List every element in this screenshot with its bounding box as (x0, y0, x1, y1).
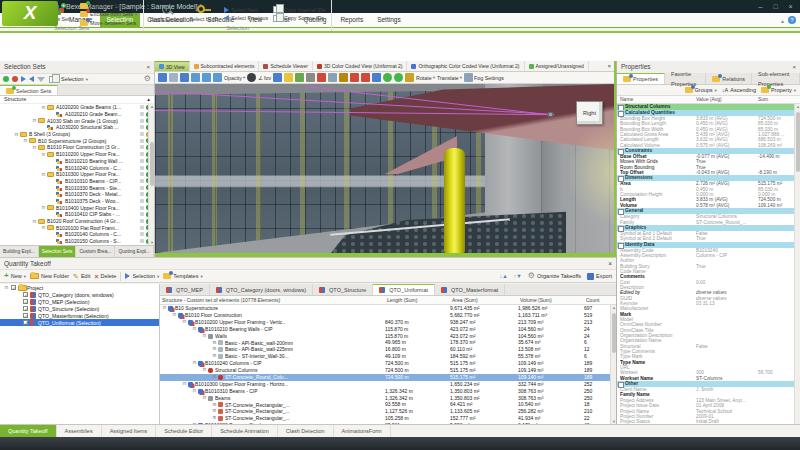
column-header-area-sum-[interactable]: Area (Sum) (452, 297, 520, 303)
property-section-identity-data[interactable]: Identity Data (617, 242, 800, 248)
spin-view-icon[interactable] (202, 73, 211, 82)
tree-item[interactable]: B1020140 Columns - C... (0, 231, 154, 238)
magnet-tool-icon[interactable] (405, 73, 414, 82)
expander-icon[interactable]: ⊞ (212, 402, 217, 409)
fog-settings-button[interactable]: Fog Settings (464, 73, 504, 82)
find-elements-button[interactable]: Find Elements (148, 1, 185, 23)
tree-item[interactable]: B1010370 Deck - Metal... (0, 191, 154, 198)
organize-takeoffs-button[interactable]: ⚙Organize Takeoffs (528, 272, 581, 280)
column-header-count[interactable]: Count (586, 297, 616, 303)
tree-item[interactable]: B1010410 CIP Slabs - ... (0, 211, 154, 218)
takeoff-table-row[interactable]: ⊞ST-Concrete_Rectangular_...93.558 m64.4… (160, 401, 616, 408)
takeoff-tab-qto-structure[interactable]: QTO_Structure (313, 284, 373, 295)
column-header-volume-sum-[interactable]: Volume (Sum) (520, 297, 586, 303)
property-dropdown[interactable]: Property▾ (761, 87, 796, 93)
property-section-graphics[interactable]: Graphics (617, 225, 800, 231)
properties-tab-favorite-properties[interactable]: Favorite Properties (665, 73, 706, 84)
new-set-green-icon[interactable] (3, 76, 9, 82)
selection-tree-scrollbar[interactable]: ▲ ▼ (148, 104, 154, 245)
workspace-tab-assigned-items[interactable]: Assigned Items (102, 425, 157, 437)
property-section-general[interactable]: General (617, 208, 800, 214)
view-tab-orthographic-color-coded-view-uniformat-2-[interactable]: Orthographic Color Coded View (Uniformat… (407, 61, 524, 71)
measure-tool-icon[interactable] (284, 73, 293, 82)
tree-item[interactable]: B1020150 Columns - S... (0, 238, 154, 245)
takeoff-table-row[interactable]: ⊟Beams1,326.342 m1,350.803 m²308.763 m³2… (160, 395, 616, 402)
checkbox[interactable]: ✓ (23, 320, 28, 325)
expander-icon[interactable]: ⊟ (41, 205, 46, 210)
pan-view-icon[interactable] (213, 73, 222, 82)
tree-item[interactable]: ⊟B1020 Roof Construction (4 Gr... (0, 218, 154, 225)
expander-icon[interactable]: ⊟ (202, 395, 207, 402)
takeoff-tree-item[interactable]: ✓QTO_MEP (Selection) (0, 298, 159, 305)
gear-icon[interactable]: ⚙ (144, 75, 151, 83)
sort-ascending-icon[interactable]: ↓▲ (499, 273, 507, 279)
expander-icon[interactable]: ⊟ (4, 285, 9, 290)
navigation-cube[interactable]: Right (576, 101, 603, 125)
takeoff-tree-item[interactable]: ✓QTO_Uniformat (Selection) (0, 319, 159, 326)
tree-item[interactable]: ⊟B1010400 Upper Floor Fra... (0, 204, 154, 211)
takeoff-tree-item[interactable]: ⊟✓Project (0, 284, 159, 291)
delete-button[interactable]: ×Delete (94, 273, 116, 280)
rotate-dropdown[interactable]: Rotate▾ (416, 75, 435, 81)
marquee-select-icon[interactable] (169, 73, 178, 82)
takeoff-table-row[interactable]: ⊟B10 Superstructure9,671.435 m²1,986.526… (160, 305, 616, 312)
sort-descending-icon[interactable]: ↑▼ (514, 273, 522, 279)
tab-selection-sets[interactable]: Selection Sets (0, 85, 58, 95)
select-next-button[interactable]: Select Next (224, 6, 268, 15)
property-section-other[interactable]: Other (617, 381, 800, 387)
select-by-id-button[interactable]: Select by ID (185, 1, 222, 22)
takeoff-table-row[interactable]: ⊟B1010310 Beams - CIP1,326.342 m1,350.80… (160, 388, 616, 395)
panel-close-icon[interactable]: × (792, 61, 796, 73)
properties-column-headers[interactable]: NameValue (Avg)Sum (617, 96, 800, 104)
expander-icon[interactable]: ⊞ (212, 415, 217, 422)
expander-icon[interactable]: ⊞ (212, 353, 217, 360)
takeoff-tree-item[interactable]: ✓QTO_Masterformat (Selection) (0, 312, 159, 319)
fov-button[interactable]: ∠fov (258, 75, 271, 81)
copy-source-ids-button[interactable]: Copy Source IDs (272, 14, 325, 23)
workspace-tab-animationsform[interactable]: AnimationsForm (334, 425, 391, 437)
workspace-tab-quantity-takeoff[interactable]: Quantity Takeoff (0, 425, 57, 437)
groups-dropdown[interactable]: Groups▾ (685, 87, 717, 93)
export-button[interactable]: Export (587, 273, 612, 280)
selection-dropdown[interactable]: Selection▾ (125, 273, 159, 279)
view-tab-assigned-unassigned[interactable]: Assigned/Unassigned (525, 61, 589, 71)
takeoff-table-row[interactable]: ⊟B1010 Floor Construction5,682.770 m²1,1… (160, 312, 616, 319)
tree-item[interactable]: A1030200 Structural Slab ... (0, 124, 154, 131)
takeoff-table-row[interactable]: ⊞ST-Concrete_Rectangular_...105.258 m152… (160, 415, 616, 422)
select-remove-icon[interactable] (29, 76, 34, 82)
new-folder-button[interactable]: New Folder (30, 273, 69, 279)
workspace-tab-schedule-animation[interactable]: Schedule Animation (212, 425, 278, 437)
expander-icon[interactable]: ⊞ (212, 340, 217, 347)
checkbox[interactable]: ✓ (23, 292, 28, 297)
expander-icon[interactable]: ⊟ (192, 360, 197, 367)
expander-icon[interactable]: ⊟ (202, 367, 207, 374)
tree-item[interactable]: A1020210 Grade Beam... (0, 111, 154, 118)
takeoff-table-row[interactable]: ⊞ST-Concrete_Round_Colu...724.500 m515.1… (160, 374, 616, 381)
takeoff-table-row[interactable]: ⊞Basic - API-Basic_wall-225mm16.800 m60.… (160, 346, 616, 353)
takeoff-table-row[interactable]: ⊟B1010210 Bearing Walls - CIP115.870 m42… (160, 326, 616, 333)
takeoff-tab-qto-uniformat[interactable]: QTO_Uniformat (373, 284, 435, 295)
expander-icon[interactable]: ⊟ (41, 152, 46, 157)
flag-markup-icon[interactable] (273, 73, 282, 82)
checkbox[interactable]: ✓ (23, 306, 28, 311)
templates-dropdown[interactable]: Templates▾ (163, 273, 202, 279)
3d-viewport[interactable]: Right (155, 84, 614, 253)
grid-red-icon[interactable] (317, 73, 326, 82)
column-header-structure-custom-set-of-elements-10778-elements-[interactable]: Structure - Custom set of elements (1077… (162, 297, 387, 303)
tree-item[interactable]: B1010310 Beams - CIP... (0, 178, 154, 185)
properties-tab-properties[interactable]: Properties (617, 73, 665, 84)
sphere-green-icon[interactable] (394, 73, 403, 82)
panel-tab-quoting-expl-[interactable]: Quoting Expl... (115, 246, 153, 257)
focus-green-icon[interactable] (383, 73, 392, 82)
monitor-view-icon[interactable] (295, 73, 304, 82)
tree-item[interactable]: B1010240 Columns - C... (0, 164, 154, 171)
takeoff-table-scrollbar[interactable]: ▲ ▼ (610, 305, 616, 424)
column-header-name[interactable]: Name (620, 96, 696, 103)
selection-dropdown[interactable]: Selection▾ (61, 76, 88, 82)
ribbon-tab-settings[interactable]: Settings (370, 13, 408, 27)
maximize-button[interactable]: □ (768, 0, 783, 13)
takeoff-table-row[interactable]: ⊟B1010200 Upper Floor Framing - Vertic..… (160, 319, 616, 326)
expander-icon[interactable]: ⊟ (32, 118, 37, 123)
expander-icon[interactable]: ⊟ (14, 132, 19, 137)
workspace-tab-schedule-editor[interactable]: Schedule Editor (156, 425, 212, 437)
